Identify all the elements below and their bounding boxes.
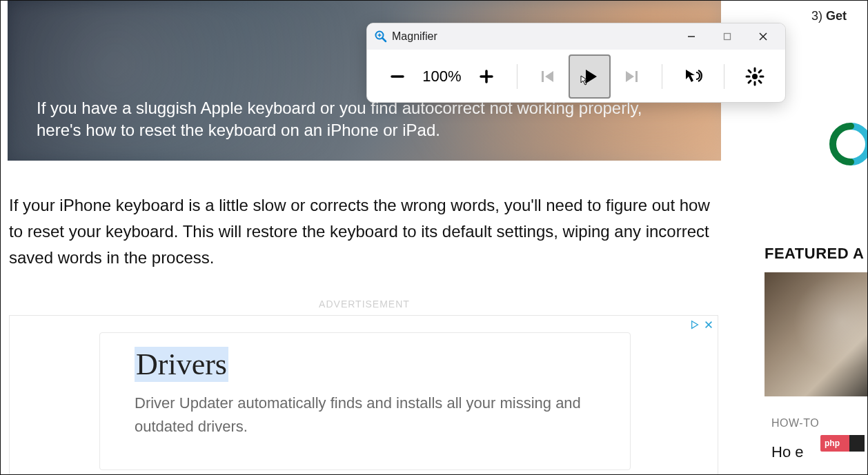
svg-line-19 [759, 81, 761, 83]
svg-point-1 [846, 139, 856, 149]
separator [517, 64, 517, 89]
ad-card[interactable]: Drivers Driver Updater automatically fin… [99, 332, 631, 470]
close-ad-icon[interactable] [704, 320, 713, 332]
minimize-button[interactable] [673, 23, 709, 50]
php-badge: php [820, 435, 865, 452]
read-aloud-cursor-button[interactable] [672, 54, 713, 99]
page-frame: If you have a sluggish Apple keyboard or… [0, 0, 868, 475]
magnifier-titlebar[interactable]: Magnifier [367, 23, 785, 50]
advertisement-frame: Drivers Driver Updater automatically fin… [9, 315, 718, 475]
svg-line-18 [749, 70, 751, 72]
list-number: 3) [811, 9, 822, 23]
svg-point-13 [752, 74, 758, 79]
sidebar-list-item[interactable]: 3) Get [811, 9, 868, 23]
svg-rect-12 [635, 71, 638, 82]
close-button[interactable] [745, 23, 781, 50]
svg-rect-11 [542, 71, 544, 82]
adchoices-icon[interactable] [690, 320, 700, 332]
advertisement-label: ADVERTISEMENT [8, 299, 721, 310]
svg-rect-7 [724, 34, 731, 40]
zoom-in-button[interactable] [465, 54, 506, 99]
previous-button[interactable] [527, 54, 569, 99]
svg-line-21 [749, 81, 751, 83]
swirl-logo-icon [829, 122, 868, 166]
ad-headline: Drivers [135, 347, 228, 382]
php-badge-text: php [825, 438, 840, 448]
maximize-button[interactable] [709, 23, 745, 50]
featured-article-image[interactable] [765, 272, 868, 396]
list-text: Get [826, 9, 847, 23]
settings-button[interactable] [734, 54, 776, 99]
zoom-level: 100% [418, 68, 465, 85]
category-label: HOW-TO [771, 417, 819, 429]
magnifier-app-icon [374, 30, 388, 43]
article-paragraph: If your iPhone keyboard is a little slow… [9, 192, 713, 271]
play-button[interactable] [569, 54, 611, 99]
svg-line-20 [759, 70, 761, 72]
featured-heading: FEATURED A [765, 245, 864, 263]
separator [724, 64, 724, 89]
ad-copy: Driver Updater automatically finds and i… [135, 392, 595, 438]
separator [662, 64, 662, 89]
magnifier-toolbar: 100% [367, 50, 785, 103]
magnifier-title: Magnifier [392, 30, 437, 43]
featured-article-title[interactable]: Ho e [771, 443, 803, 461]
hero-caption: If you have a sluggish Apple keyboard or… [37, 97, 680, 141]
next-button[interactable] [611, 54, 652, 99]
svg-line-3 [382, 38, 386, 41]
magnifier-window[interactable]: Magnifier 100% [366, 23, 786, 103]
zoom-out-button[interactable] [377, 54, 418, 99]
